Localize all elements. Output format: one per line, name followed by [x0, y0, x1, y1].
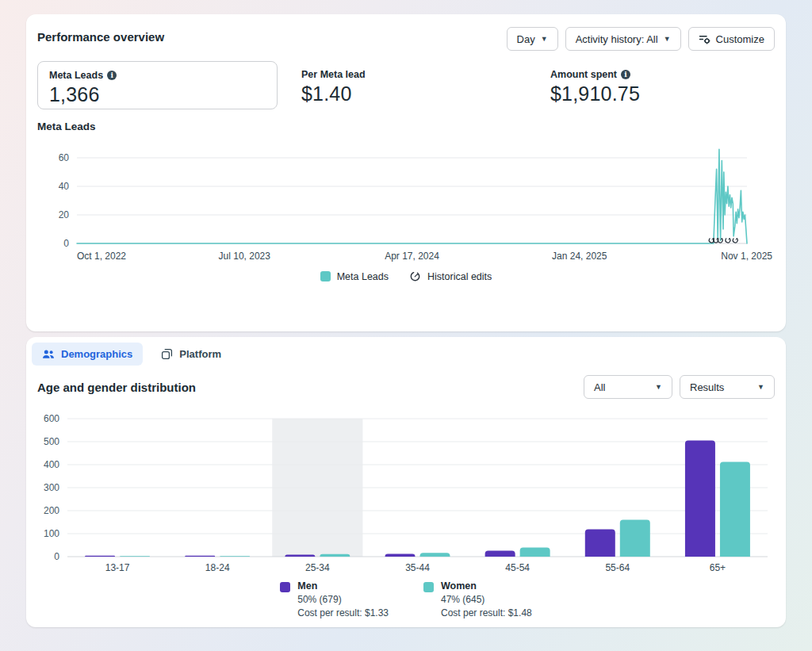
svg-text:600: 600 [44, 413, 59, 424]
dashboard-page: Performance overview Day ▼ Activity hist… [0, 0, 812, 627]
demographics-filters: All ▼ Results ▼ [584, 375, 775, 399]
demographics-header: Age and gender distribution All ▼ Result… [37, 375, 775, 399]
meta-leads-line-chart[interactable]: 0204060Oct 1, 2022Jul 10, 2023Apr 17, 20… [37, 139, 775, 264]
legend-meta-leads-label: Meta Leads [337, 271, 389, 282]
line-chart-title: Meta Leads [37, 121, 775, 132]
overlapping-squares-icon [161, 348, 173, 360]
breakdown-tabs: Demographics Platform [32, 343, 775, 366]
metric-meta-leads[interactable]: Meta Leads i 1,366 [37, 61, 278, 109]
metric-amount-spent[interactable]: Amount spent i $1,910.75 [539, 61, 651, 113]
svg-text:20: 20 [59, 209, 70, 220]
tab-demographics-label: Demographics [61, 348, 132, 360]
performance-controls: Day ▼ Activity history: All ▼ C [507, 27, 775, 51]
svg-text:65+: 65+ [710, 562, 726, 573]
time-breakdown-label: Day [517, 33, 535, 45]
audience-filter-label: All [594, 381, 605, 393]
svg-text:400: 400 [44, 459, 59, 470]
svg-text:Apr 17, 2024: Apr 17, 2024 [385, 251, 439, 262]
metric-amount-label: Amount spent [550, 69, 617, 80]
meta-leads-swatch [320, 271, 331, 281]
chevron-down-icon: ▼ [757, 384, 764, 391]
metric-meta-leads-value: 1,366 [49, 83, 266, 106]
chevron-down-icon: ▼ [655, 384, 662, 391]
performance-header: Performance overview Day ▼ Activity hist… [37, 27, 775, 51]
svg-text:Oct 1, 2022: Oct 1, 2022 [77, 251, 126, 262]
legend-men-share: 50% (679) [297, 593, 389, 607]
demographics-card: Demographics Platform Age and gender dis… [26, 337, 786, 627]
svg-text:40: 40 [59, 181, 70, 192]
bar-chart-legend: Men 50% (679) Cost per result: $1.33 Wom… [37, 580, 775, 621]
customize-button[interactable]: Customize [688, 27, 775, 51]
svg-text:Jan 24, 2025: Jan 24, 2025 [552, 251, 607, 262]
svg-text:18-24: 18-24 [205, 562, 230, 573]
svg-text:55-64: 55-64 [605, 562, 630, 573]
legend-historical-edits: Historical edits [409, 270, 492, 282]
chevron-down-icon: ▼ [541, 36, 548, 43]
metrics-row: Meta Leads i 1,366 Per Meta lead $1.40 A… [37, 61, 775, 113]
audience-filter-dropdown[interactable]: All ▼ [584, 375, 672, 399]
historical-edits-icon [409, 270, 421, 282]
svg-text:0: 0 [54, 551, 59, 562]
people-icon [42, 348, 55, 361]
svg-text:0: 0 [63, 238, 69, 249]
line-chart-legend: Meta Leads Historical edits [37, 270, 775, 282]
legend-women-label: Women [441, 580, 532, 592]
svg-text:300: 300 [44, 482, 59, 493]
legend-historical-edits-label: Historical edits [427, 271, 492, 282]
metric-select-label: Results [690, 381, 724, 393]
svg-text:100: 100 [44, 528, 59, 539]
svg-text:60: 60 [59, 152, 70, 163]
svg-text:13-17: 13-17 [105, 562, 130, 573]
metric-per-lead-label: Per Meta lead [301, 69, 366, 80]
performance-overview-card: Performance overview Day ▼ Activity hist… [26, 14, 786, 331]
metric-select-dropdown[interactable]: Results ▼ [680, 375, 775, 399]
customize-sliders-icon [699, 33, 710, 45]
men-swatch [280, 582, 290, 592]
info-icon: i [621, 70, 630, 79]
svg-text:500: 500 [44, 436, 59, 447]
metric-meta-leads-label: Meta Leads [49, 70, 103, 81]
metric-per-meta-lead[interactable]: Per Meta lead $1.40 [290, 61, 527, 113]
women-swatch [423, 582, 434, 592]
svg-text:35-44: 35-44 [405, 562, 430, 573]
info-icon: i [107, 71, 117, 80]
metric-amount-value: $1,910.75 [550, 82, 640, 105]
activity-history-dropdown[interactable]: Activity history: All ▼ [565, 27, 681, 51]
legend-men: Men 50% (679) Cost per result: $1.33 [280, 580, 389, 621]
age-gender-bar-chart[interactable]: 010020030040050060013-1718-2425-3435-444… [37, 408, 775, 576]
customize-label: Customize [716, 33, 764, 45]
chevron-down-icon: ▼ [664, 36, 671, 43]
legend-women: Women 47% (645) Cost per result: $1.48 [423, 580, 532, 621]
activity-history-label: Activity history: All [576, 33, 658, 45]
tab-platform-label: Platform [179, 348, 221, 360]
svg-text:Nov 1, 2025: Nov 1, 2025 [721, 251, 772, 262]
legend-meta-leads: Meta Leads [320, 271, 389, 282]
svg-text:Jul 10, 2023: Jul 10, 2023 [219, 251, 271, 262]
svg-text:25-34: 25-34 [305, 562, 330, 573]
performance-title: Performance overview [37, 27, 164, 44]
svg-text:200: 200 [44, 505, 59, 516]
age-gender-title: Age and gender distribution [37, 381, 196, 394]
legend-women-cost: Cost per result: $1.48 [441, 607, 532, 620]
legend-men-cost: Cost per result: $1.33 [297, 607, 389, 620]
legend-men-label: Men [297, 580, 389, 592]
tab-demographics[interactable]: Demographics [32, 343, 143, 366]
metric-per-lead-value: $1.40 [301, 82, 515, 105]
tab-platform[interactable]: Platform [151, 343, 232, 366]
legend-women-share: 47% (645) [441, 593, 532, 607]
svg-text:45-54: 45-54 [505, 562, 530, 573]
time-breakdown-dropdown[interactable]: Day ▼ [507, 27, 558, 51]
